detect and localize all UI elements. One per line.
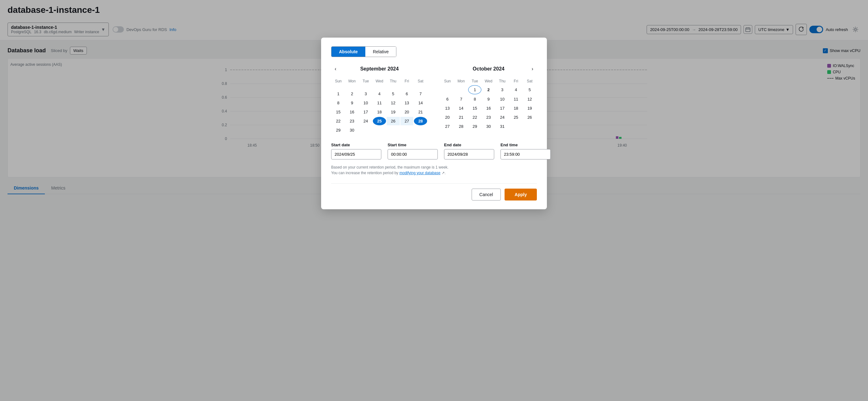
oct-18[interactable]: 18 (509, 104, 523, 112)
oct-15[interactable]: 15 (468, 104, 482, 112)
table-row: 6 7 8 9 10 11 12 (441, 95, 536, 103)
sep-30[interactable]: 30 (346, 126, 359, 134)
oct-col-tue: Tue (468, 78, 482, 85)
sep-9[interactable]: 9 (346, 99, 359, 107)
oct-2[interactable]: 2 (482, 85, 495, 94)
oct-25[interactable]: 25 (509, 113, 523, 122)
end-time-label: End time (500, 142, 551, 147)
tab-relative[interactable]: Relative (365, 47, 396, 57)
table-row: 1 2 3 4 5 (441, 85, 536, 94)
oct-6[interactable]: 6 (441, 95, 454, 103)
oct-29[interactable]: 29 (468, 122, 482, 131)
sep-29[interactable]: 29 (332, 126, 345, 134)
oct-10[interactable]: 10 (496, 95, 509, 103)
sep-empty-10 (386, 126, 400, 134)
oct-col-sat: Sat (523, 78, 536, 85)
oct-22[interactable]: 22 (468, 113, 482, 122)
sep-empty-11 (400, 126, 414, 134)
sep-2[interactable]: 2 (346, 90, 359, 98)
table-row: 20 21 22 23 24 25 26 (441, 113, 536, 122)
sep-28-selected[interactable]: 28 (414, 117, 427, 125)
oct-col-thu: Thu (496, 78, 509, 85)
cancel-button[interactable]: Cancel (472, 189, 501, 201)
oct-4[interactable]: 4 (509, 85, 523, 94)
sep-7[interactable]: 7 (414, 90, 427, 98)
col-tue: Tue (359, 78, 372, 85)
end-time-field: End time (500, 142, 551, 160)
oct-11[interactable]: 11 (509, 95, 523, 103)
oct-27[interactable]: 27 (441, 122, 454, 131)
oct-14[interactable]: 14 (455, 104, 468, 112)
oct-30[interactable]: 30 (482, 122, 495, 131)
oct-21[interactable]: 21 (455, 113, 468, 122)
apply-button[interactable]: Apply (504, 189, 537, 201)
sep-23[interactable]: 23 (346, 117, 359, 125)
col-sun: Sun (332, 78, 345, 85)
sep-13[interactable]: 13 (400, 99, 414, 107)
oct-17[interactable]: 17 (496, 104, 509, 112)
oct-9[interactable]: 9 (482, 95, 495, 103)
sep-15[interactable]: 15 (332, 108, 345, 116)
col-wed: Wed (373, 78, 386, 85)
table-row (332, 85, 427, 89)
sep-19[interactable]: 19 (386, 108, 400, 116)
sep-17[interactable]: 17 (359, 108, 372, 116)
start-date-label: Start date (331, 142, 381, 147)
end-time-input[interactable] (500, 149, 551, 160)
sep-24[interactable]: 24 (359, 117, 372, 125)
oct-1[interactable]: 1 (468, 85, 482, 94)
start-time-input[interactable] (388, 149, 438, 160)
oct-7[interactable]: 7 (455, 95, 468, 103)
start-time-field: Start time (388, 142, 438, 160)
oct-3[interactable]: 3 (496, 85, 509, 94)
oct-31[interactable]: 31 (496, 122, 509, 131)
oct-13[interactable]: 13 (441, 104, 454, 112)
oct-26[interactable]: 26 (523, 113, 536, 122)
sep-27[interactable]: 27 (400, 117, 414, 125)
oct-28[interactable]: 28 (455, 122, 468, 131)
sep-14[interactable]: 14 (414, 99, 427, 107)
sep-3[interactable]: 3 (359, 90, 372, 98)
sep-empty-7 (414, 85, 427, 89)
sep-empty-3 (359, 85, 372, 89)
sep-4[interactable]: 4 (373, 90, 386, 98)
october-title: October 2024 (472, 66, 504, 72)
oct-8[interactable]: 8 (468, 95, 482, 103)
oct-empty-1 (441, 85, 454, 94)
calendars-container: ‹ September 2024 Sun Mon Tue Wed Thu (331, 65, 537, 135)
sep-22[interactable]: 22 (332, 117, 345, 125)
oct-empty-4 (523, 122, 536, 131)
modal-overlay: Absolute Relative ‹ September 2024 Su (0, 0, 868, 401)
sep-20[interactable]: 20 (400, 108, 414, 116)
sep-21[interactable]: 21 (414, 108, 427, 116)
sep-5[interactable]: 5 (386, 90, 400, 98)
oct-24[interactable]: 24 (496, 113, 509, 122)
sep-11[interactable]: 11 (373, 99, 386, 107)
sep-empty-6 (400, 85, 414, 89)
sep-8[interactable]: 8 (332, 99, 345, 107)
sep-6[interactable]: 6 (400, 90, 414, 98)
start-date-input[interactable] (331, 149, 381, 160)
oct-20[interactable]: 20 (441, 113, 454, 122)
date-mode-tabs: Absolute Relative (331, 46, 396, 57)
end-date-input[interactable] (444, 149, 494, 160)
oct-19[interactable]: 19 (523, 104, 536, 112)
sep-10[interactable]: 10 (359, 99, 372, 107)
prev-month-button[interactable]: ‹ (331, 65, 340, 73)
oct-5[interactable]: 5 (523, 85, 536, 94)
sep-18[interactable]: 18 (373, 108, 386, 116)
sep-1[interactable]: 1 (332, 90, 345, 98)
sep-26[interactable]: 26 (386, 117, 400, 125)
sep-16[interactable]: 16 (346, 108, 359, 116)
oct-12[interactable]: 12 (523, 95, 536, 103)
sep-empty-4 (373, 85, 386, 89)
oct-col-wed: Wed (482, 78, 495, 85)
tab-absolute[interactable]: Absolute (332, 47, 365, 57)
oct-16[interactable]: 16 (482, 104, 495, 112)
sep-empty-5 (386, 85, 400, 89)
sep-25-selected[interactable]: 25 (373, 117, 386, 125)
retention-link[interactable]: modifying your database (400, 171, 441, 175)
sep-12[interactable]: 12 (386, 99, 400, 107)
oct-23[interactable]: 23 (482, 113, 495, 122)
next-month-button[interactable]: › (528, 65, 537, 73)
